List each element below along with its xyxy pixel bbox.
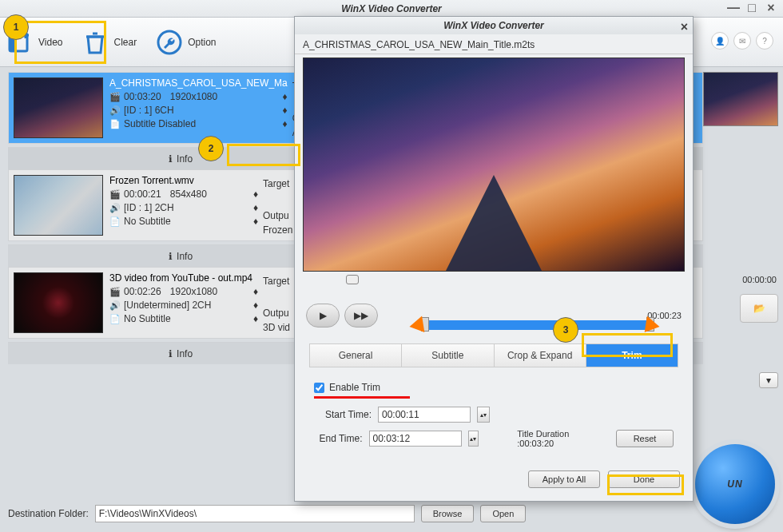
info-button[interactable]: ℹInfo — [169, 348, 193, 359]
chevron-down-icon: ▾ — [766, 375, 771, 386]
fast-forward-icon: ▶▶ — [354, 310, 368, 321]
file-name: 3D video from YouTube - out.mp4 — [109, 272, 258, 284]
info-icon: ℹ — [169, 348, 173, 359]
video-thumbnail — [14, 77, 103, 138]
subtitle-icon: 📄 — [109, 216, 121, 227]
done-button[interactable]: Done — [608, 470, 680, 488]
forward-button[interactable]: ▶▶ — [344, 304, 378, 328]
edit-dialog: WinX Video Converter × A_CHRISTMAS_CAROL… — [294, 16, 694, 502]
tab-subtitle[interactable]: Subtitle — [401, 344, 493, 367]
dialog-filename: A_CHRISTMAS_CAROL_USA_NEW_Main_Title.m2t… — [295, 34, 693, 54]
end-time-spinner[interactable]: ▴▾ — [468, 431, 479, 447]
audio-icon: 🔊 — [109, 203, 121, 213]
mail-icon[interactable]: ✉ — [733, 32, 751, 50]
trim-range[interactable] — [423, 320, 646, 330]
dialog-titlebar: WinX Video Converter × — [295, 17, 693, 34]
close-button[interactable]: × — [765, 2, 777, 14]
tab-crop[interactable]: Crop & Expand — [494, 344, 586, 367]
subtitle-spinner[interactable]: ♦ — [253, 216, 258, 227]
file-name: Frozen Torrent.wmv — [109, 175, 258, 186]
tab-trim[interactable]: Trim — [586, 344, 678, 367]
run-label: UN — [727, 478, 742, 490]
destination-label: Destination Folder: — [8, 508, 89, 519]
trash-icon — [81, 29, 109, 56]
folder-open-icon: 📂 — [753, 303, 765, 314]
video-spinner[interactable]: ♦ — [283, 91, 288, 102]
subtitle-spinner[interactable]: ♦ — [253, 313, 258, 324]
main-titlebar: WinX Video Converter — □ × — [0, 0, 783, 18]
open-folder-button[interactable]: 📂 — [740, 294, 778, 323]
run-button[interactable]: UN — [695, 444, 775, 524]
video-thumbnail — [14, 272, 103, 333]
end-time-input[interactable] — [369, 431, 462, 447]
dialog-title: WinX Video Converter — [443, 20, 543, 31]
info-icon: ℹ — [169, 153, 173, 165]
play-icon: ▶ — [320, 310, 327, 321]
audio-icon: 🔊 — [109, 105, 121, 116]
playhead-knob[interactable] — [346, 275, 359, 284]
start-time-input[interactable] — [378, 407, 471, 423]
trim-panel: Enable Trim Start Time: ▴▾ End Time: ▴▾ … — [295, 367, 693, 459]
video-spinner[interactable]: ♦ — [253, 189, 258, 200]
audio-spinner[interactable]: ♦ — [283, 105, 288, 116]
maximize-button[interactable]: □ — [746, 2, 757, 14]
dialog-close-button[interactable]: × — [681, 18, 688, 36]
main-title: WinX Video Converter — [341, 3, 441, 14]
camera-icon: 🎬 — [109, 92, 121, 102]
subtitle-spinner[interactable]: ♦ — [283, 118, 288, 129]
browse-button[interactable]: Browse — [421, 505, 475, 522]
right-preview-panel: 00:00:00 📂 ▾ — [703, 72, 778, 388]
clear-button[interactable]: Clear — [81, 29, 137, 56]
audio-spinner[interactable]: ♦ — [253, 202, 258, 213]
tab-general[interactable]: General — [310, 344, 401, 367]
file-name: A_CHRISTMAS_CAROL_USA_NEW_Ma — [109, 77, 288, 89]
start-time-label: Start Time: — [314, 409, 372, 420]
video-spinner[interactable]: ♦ — [253, 286, 258, 297]
tutorial-badge-1: 1 — [3, 14, 29, 40]
info-button[interactable]: ℹInfo — [169, 251, 193, 262]
reset-button[interactable]: Reset — [616, 430, 674, 447]
clear-label: Clear — [113, 37, 137, 48]
destination-row: Destination Folder: Browse Open — [8, 505, 526, 522]
enable-trim-checkbox[interactable] — [314, 383, 324, 393]
wrench-icon — [156, 29, 183, 56]
help-icon[interactable]: ? — [756, 32, 773, 50]
open-button[interactable]: Open — [480, 505, 526, 522]
enable-trim-label: Enable Trim — [329, 382, 380, 393]
play-button[interactable]: ▶ — [306, 304, 340, 328]
camera-icon: 🎬 — [109, 287, 121, 297]
audio-spinner[interactable]: ♦ — [253, 300, 258, 311]
start-time-spinner[interactable]: ▴▾ — [477, 407, 490, 423]
tutorial-underline — [314, 396, 410, 399]
add-video-label: Video — [38, 37, 62, 48]
subtitle-icon: 📄 — [109, 119, 121, 129]
video-preview — [303, 58, 685, 272]
video-thumbnail — [14, 175, 103, 236]
total-duration: 00:00:00 — [703, 275, 778, 284]
option-button[interactable]: Option — [156, 29, 216, 56]
profile-dropdown[interactable]: ▾ — [759, 372, 778, 388]
right-preview-thumbnail — [703, 72, 778, 126]
apply-all-button[interactable]: Apply to All — [528, 470, 600, 488]
trim-timeline[interactable] — [306, 275, 682, 292]
subtitle-icon: 📄 — [109, 314, 121, 324]
destination-input[interactable] — [95, 505, 415, 522]
user-icon[interactable]: 👤 — [711, 32, 729, 50]
title-duration: Title Duration :00:03:20 — [517, 429, 594, 448]
edit-tabs: General Subtitle Crop & Expand Trim — [309, 343, 678, 367]
tutorial-badge-2: 2 — [198, 136, 224, 161]
option-label: Option — [188, 37, 216, 48]
end-time-label: End Time: — [314, 433, 363, 444]
minimize-button[interactable]: — — [727, 2, 738, 14]
tutorial-badge-3: 3 — [553, 317, 578, 343]
info-icon: ℹ — [169, 251, 173, 262]
audio-icon: 🔊 — [109, 300, 121, 311]
camera-icon: 🎬 — [109, 189, 121, 200]
info-button[interactable]: ℹInfo — [169, 153, 193, 165]
